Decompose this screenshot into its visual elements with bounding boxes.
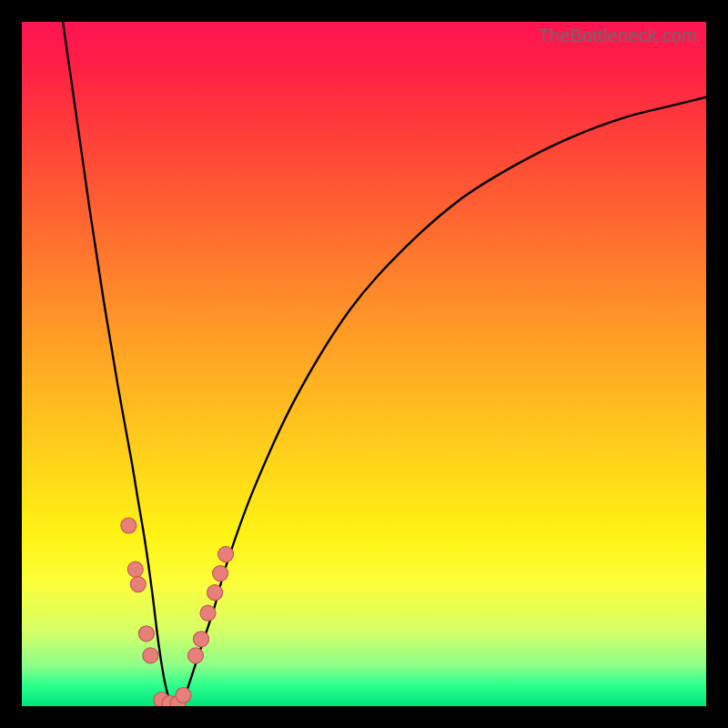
data-point: [188, 648, 204, 663]
data-point: [194, 632, 209, 647]
data-point: [143, 648, 158, 663]
chart-frame: TheBottleneck.com: [0, 0, 728, 728]
data-point: [200, 605, 216, 621]
data-point: [130, 577, 146, 592]
bottleneck-curve: [63, 22, 706, 706]
plot-area: TheBottleneck.com: [22, 22, 706, 706]
data-point: [121, 518, 136, 533]
data-point: [213, 566, 228, 581]
data-point: [218, 547, 234, 562]
marker-group: [121, 518, 234, 706]
data-point: [176, 688, 191, 703]
data-point: [207, 585, 223, 601]
curve-layer: [22, 22, 706, 706]
data-point: [127, 561, 143, 577]
data-point: [138, 626, 154, 642]
